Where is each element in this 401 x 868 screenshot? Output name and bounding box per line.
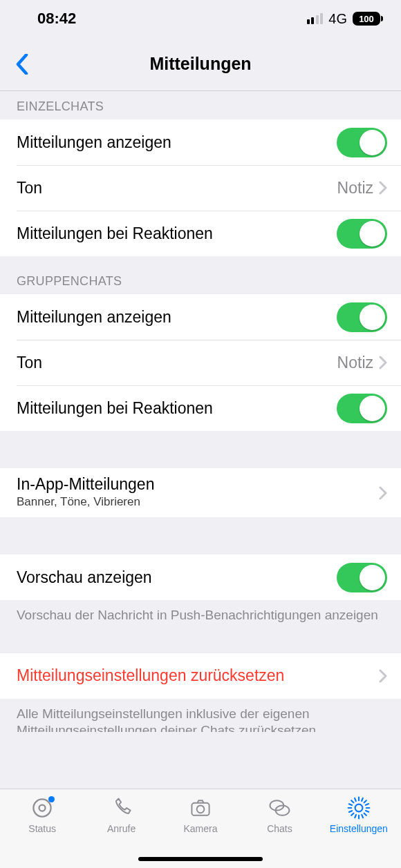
tab-status[interactable]: Status	[3, 795, 82, 868]
battery-icon: 100	[353, 12, 380, 26]
spacer	[0, 635, 401, 653]
tab-label: Anrufe	[107, 823, 136, 834]
spacer	[0, 517, 401, 554]
reset-footer: Alle Mitteilungseinstellungen inklusive …	[0, 699, 401, 732]
camera-icon	[187, 795, 214, 821]
svg-line-18	[362, 815, 363, 818]
tab-label: Status	[28, 823, 56, 834]
phone-icon	[108, 795, 136, 821]
row-value: Notiz	[337, 179, 373, 197]
toggle-single-show[interactable]	[337, 128, 387, 157]
row-label: In-App-Mitteilungen	[17, 475, 379, 494]
section-header-single: EINZELCHATS	[0, 91, 401, 119]
row-label: Ton	[17, 354, 337, 372]
row-label: Ton	[17, 179, 337, 197]
row-group-reactions[interactable]: Mitteilungen bei Reaktionen	[0, 385, 401, 431]
nav-bar: Mitteilungen	[0, 37, 401, 91]
group-group: Mitteilungen anzeigen Ton Notiz Mitteilu…	[0, 294, 401, 431]
toggle-single-reactions[interactable]	[337, 219, 387, 249]
spacer	[0, 431, 401, 468]
group-reset: Mitteilungseinstellungen zurücksetzen	[0, 653, 401, 699]
toggle-group-show[interactable]	[337, 302, 387, 332]
svg-line-14	[364, 800, 366, 802]
row-label: Mitteilungseinstellungen zurücksetzen	[17, 666, 379, 685]
tab-label: Einstellungen	[330, 823, 388, 834]
status-bar: 08:42 4G 100	[0, 0, 401, 37]
chevron-right-icon	[379, 181, 387, 195]
svg-line-17	[366, 811, 369, 812]
section-header-group: GRUPPENCHATS	[0, 256, 401, 294]
chevron-left-icon	[16, 54, 28, 75]
row-label: Vorschau anzeigen	[17, 568, 337, 587]
svg-line-11	[351, 800, 353, 802]
tab-bar: Status Anrufe Kamera Chats	[0, 789, 401, 868]
group-single: Mitteilungen anzeigen Ton Notiz Mitteilu…	[0, 119, 401, 256]
row-reset[interactable]: Mitteilungseinstellungen zurücksetzen	[0, 653, 401, 699]
svg-point-3	[197, 805, 205, 813]
row-subtitle: Banner, Töne, Vibrieren	[17, 495, 379, 509]
content: EINZELCHATS Mitteilungen anzeigen Ton No…	[0, 91, 401, 789]
tab-settings[interactable]: Einstellungen	[319, 795, 398, 868]
row-preview[interactable]: Vorschau anzeigen	[0, 554, 401, 600]
row-single-tone[interactable]: Ton Notiz	[0, 165, 401, 211]
row-single-reactions[interactable]: Mitteilungen bei Reaktionen	[0, 211, 401, 256]
svg-line-22	[355, 798, 356, 801]
svg-point-0	[34, 799, 51, 816]
row-label: Mitteilungen anzeigen	[17, 133, 337, 152]
row-group-show[interactable]: Mitteilungen anzeigen	[0, 294, 401, 340]
group-inapp: In-App-Mitteilungen Banner, Töne, Vibrie…	[0, 468, 401, 517]
home-indicator[interactable]	[138, 857, 263, 861]
svg-line-13	[351, 813, 353, 816]
chevron-right-icon	[379, 356, 387, 369]
row-group-tone[interactable]: Ton Notiz	[0, 340, 401, 385]
svg-line-12	[364, 813, 366, 816]
tab-label: Kamera	[184, 823, 218, 834]
row-value: Notiz	[337, 354, 373, 372]
network-label: 4G	[328, 11, 347, 27]
svg-line-19	[355, 815, 356, 818]
page-title: Mitteilungen	[149, 54, 251, 74]
row-label: Mitteilungen bei Reaktionen	[17, 224, 337, 243]
back-button[interactable]	[7, 49, 37, 79]
row-inapp[interactable]: In-App-Mitteilungen Banner, Töne, Vibrie…	[0, 468, 401, 517]
status-icon	[28, 795, 56, 821]
row-label: Mitteilungen anzeigen	[17, 308, 337, 327]
svg-line-21	[349, 804, 352, 805]
chevron-right-icon	[379, 669, 387, 683]
svg-line-20	[349, 811, 352, 812]
chats-icon	[265, 795, 293, 821]
svg-point-1	[39, 805, 46, 811]
tab-label: Chats	[267, 823, 292, 834]
svg-point-6	[355, 804, 362, 812]
toggle-preview[interactable]	[337, 563, 387, 592]
preview-footer: Vorschau der Nachricht in Push-Benachric…	[0, 600, 401, 635]
cellular-signal-icon	[307, 13, 324, 24]
svg-line-15	[362, 798, 363, 801]
row-single-show[interactable]: Mitteilungen anzeigen	[0, 119, 401, 165]
toggle-group-reactions[interactable]	[337, 394, 387, 423]
chevron-right-icon	[379, 486, 387, 500]
battery-level: 100	[359, 14, 374, 24]
row-label: Mitteilungen bei Reaktionen	[17, 399, 337, 418]
status-time: 08:42	[0, 10, 76, 28]
gear-icon	[345, 795, 373, 821]
svg-line-16	[366, 804, 369, 805]
group-preview: Vorschau anzeigen	[0, 554, 401, 600]
status-right: 4G 100	[307, 11, 380, 27]
